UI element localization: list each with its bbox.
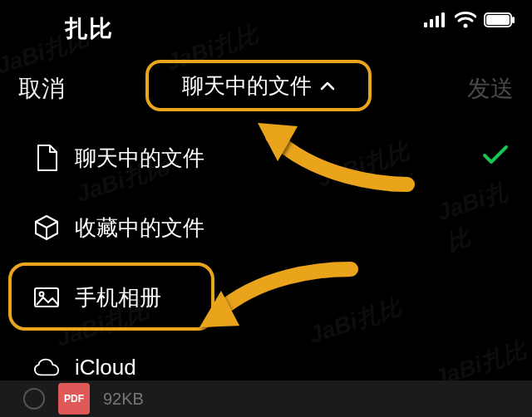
source-item-label: iCloud (75, 355, 136, 380)
battery-icon (484, 12, 515, 27)
checkmark-icon (482, 145, 509, 172)
source-list: 聊天中的文件 收藏中的文件 (0, 123, 532, 402)
source-dropdown-label: 聊天中的文件 (182, 71, 312, 101)
source-item-favorites[interactable]: 收藏中的文件 (0, 193, 532, 262)
source-item-label: 手机相册 (75, 283, 161, 312)
source-item-label: 收藏中的文件 (75, 213, 204, 243)
source-item-chat-files[interactable]: 聊天中的文件 (0, 123, 532, 193)
svg-point-4 (464, 24, 468, 28)
cloud-icon (33, 357, 60, 377)
cancel-button[interactable]: 取消 (18, 73, 65, 105)
send-button[interactable]: 发送 (467, 73, 514, 105)
svg-rect-2 (436, 16, 439, 27)
select-radio[interactable] (23, 388, 45, 410)
wifi-icon (455, 12, 476, 28)
nav-bar: 取消 聊天中的文件 发送 (0, 60, 532, 113)
cube-icon (33, 214, 60, 241)
svg-point-9 (40, 292, 44, 297)
chevron-up-icon (320, 81, 335, 91)
svg-rect-7 (512, 17, 515, 23)
svg-rect-0 (424, 22, 427, 27)
source-item-photo-album[interactable]: 手机相册 (0, 262, 532, 332)
status-icons (424, 12, 515, 28)
status-bar: 扎比 (0, 0, 532, 45)
file-icon (33, 145, 60, 171)
cellular-icon (424, 12, 447, 27)
svg-rect-6 (486, 15, 510, 25)
photo-icon (33, 287, 60, 308)
source-item-label: 聊天中的文件 (75, 144, 204, 173)
status-title: 扎比 (65, 13, 113, 45)
source-dropdown[interactable]: 聊天中的文件 (145, 60, 372, 111)
screen: JaBi扎比 JaBi扎比 JaBi扎比 JaBi扎比 JaBi扎比 JaBi扎… (0, 0, 532, 417)
file-size: 92KB (103, 390, 144, 409)
file-row[interactable]: PDF 92KB (0, 380, 532, 417)
svg-rect-3 (441, 12, 445, 27)
pdf-icon: PDF (58, 383, 90, 415)
svg-rect-1 (430, 19, 433, 27)
